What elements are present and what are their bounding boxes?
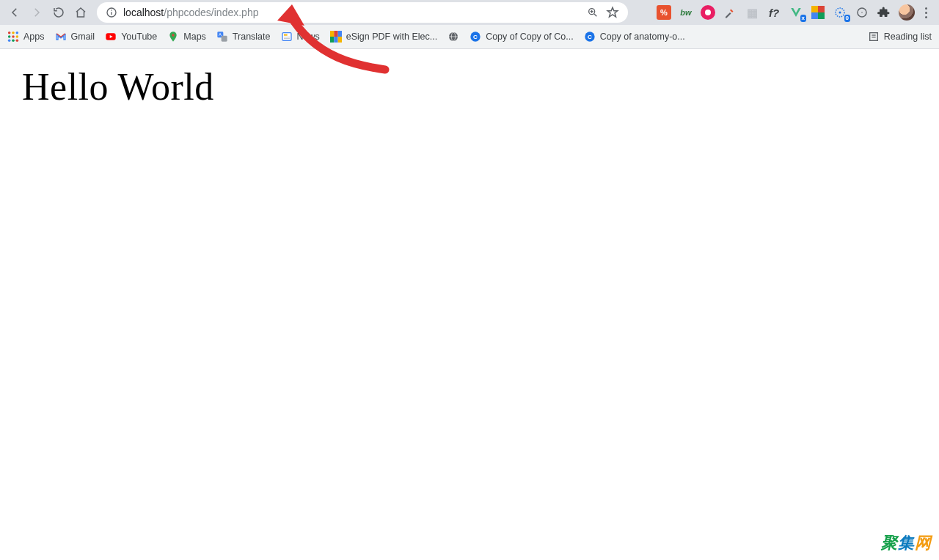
reload-button[interactable]	[48, 2, 69, 23]
coda-icon: C	[584, 31, 596, 43]
svg-rect-30	[284, 34, 288, 36]
reading-list-button[interactable]: Reading list	[868, 31, 932, 43]
svg-line-4	[594, 14, 596, 16]
zoom-icon[interactable]	[587, 7, 599, 18]
svg-rect-29	[282, 33, 291, 41]
svg-rect-9	[811, 12, 818, 19]
ext-circle-icon[interactable]	[855, 5, 869, 20]
url-path: /phpcodes/index.php	[164, 7, 258, 18]
svg-point-12	[839, 12, 841, 14]
gmail-icon	[55, 31, 67, 43]
svg-text:A: A	[219, 32, 222, 37]
globe-icon	[447, 31, 459, 43]
ext-react-icon[interactable]: 0	[833, 5, 847, 20]
bookmark-label: Copy of anatomy-o...	[600, 32, 685, 42]
news-icon	[281, 31, 293, 43]
bookmark-label: Translate	[233, 32, 271, 42]
addr-actions	[587, 6, 619, 19]
ext-buildwith-icon[interactable]: bw	[679, 5, 693, 20]
profile-avatar-icon[interactable]	[899, 4, 915, 21]
svg-point-22	[12, 40, 15, 43]
page-content: Hello World	[0, 49, 939, 125]
bookmark-gmail[interactable]: Gmail	[55, 31, 95, 43]
svg-point-18	[8, 35, 11, 38]
home-icon	[74, 6, 87, 19]
svg-rect-10	[818, 12, 825, 19]
ext-vue-icon[interactable]: x	[789, 5, 803, 20]
bookmark-label: YouTube	[121, 32, 157, 42]
url-text: localhost/phpcodes/index.php	[123, 7, 258, 18]
bookmark-apps[interactable]: Apps	[7, 31, 45, 43]
ext-eyedropper-icon[interactable]	[723, 5, 737, 20]
svg-rect-7	[811, 6, 818, 12]
svg-point-19	[12, 35, 15, 38]
svg-point-14	[861, 12, 863, 13]
svg-rect-36	[330, 37, 334, 43]
ext-pixel-icon[interactable]	[811, 5, 825, 20]
svg-point-2	[111, 10, 112, 11]
back-button[interactable]	[4, 2, 25, 23]
svg-rect-37	[334, 37, 337, 43]
svg-rect-8	[818, 6, 825, 12]
bookmark-coda-2[interactable]: C Copy of anatomy-o...	[584, 31, 685, 43]
reading-list-label: Reading list	[884, 32, 932, 42]
extensions-strip: % bw ▦ f? x 0	[657, 4, 935, 21]
bookmark-coda-1[interactable]: C Copy of Copy of Co...	[470, 31, 574, 43]
svg-text:C: C	[473, 34, 478, 40]
apps-icon	[7, 31, 19, 43]
svg-point-23	[16, 40, 19, 43]
arrow-left-icon	[8, 6, 21, 19]
svg-point-17	[16, 32, 19, 34]
address-bar[interactable]: localhost/phpcodes/index.php	[97, 2, 628, 23]
ext-puzzle-icon[interactable]	[877, 5, 891, 20]
bookmark-maps[interactable]: Maps	[167, 31, 206, 43]
bookmark-label: Maps	[183, 32, 206, 42]
svg-point-25	[172, 34, 175, 36]
coda-icon: C	[470, 31, 481, 43]
svg-point-16	[12, 32, 15, 34]
bookmark-youtube[interactable]: YouTube	[105, 31, 157, 43]
bookmark-label: eSign PDF with Elec...	[346, 32, 437, 42]
svg-rect-33	[330, 31, 334, 37]
svg-rect-38	[337, 37, 341, 43]
bookmarks-bar: Apps Gmail YouTube Maps A Translate News	[0, 25, 939, 49]
svg-rect-34	[334, 31, 337, 37]
ext-whatfont-icon[interactable]: f?	[767, 5, 781, 20]
page-heading: Hello World	[22, 65, 917, 108]
bookmark-label: News	[297, 32, 320, 42]
reading-list-icon	[868, 31, 880, 43]
bookmark-star-icon[interactable]	[606, 6, 619, 19]
youtube-icon	[105, 31, 117, 43]
svg-rect-35	[337, 31, 341, 37]
arrow-right-icon	[30, 6, 43, 19]
home-button[interactable]	[70, 2, 91, 23]
ext-record-icon[interactable]	[701, 5, 715, 20]
translate-icon: A	[216, 31, 228, 43]
svg-point-20	[16, 35, 19, 38]
url-host: localhost	[123, 7, 164, 18]
chrome-menu-button[interactable]	[922, 4, 930, 21]
bookmark-label: Apps	[23, 32, 45, 42]
bookmark-label: Gmail	[71, 32, 95, 42]
forward-button[interactable]	[26, 2, 47, 23]
bookmark-news[interactable]: News	[281, 31, 320, 43]
esign-icon	[330, 31, 342, 43]
reload-icon	[52, 6, 65, 19]
svg-text:C: C	[588, 34, 592, 40]
bookmark-esign[interactable]: eSign PDF with Elec...	[330, 31, 437, 43]
ext-zoho-icon[interactable]: %	[657, 5, 671, 20]
maps-icon	[167, 31, 179, 43]
bookmark-translate[interactable]: A Translate	[216, 31, 271, 43]
bookmark-label: Copy of Copy of Co...	[486, 32, 574, 42]
watermark: 聚集网	[881, 532, 932, 554]
bookmark-globe[interactable]	[447, 31, 459, 43]
site-info-icon[interactable]	[106, 7, 117, 18]
ext-grid-icon[interactable]: ▦	[745, 5, 759, 20]
browser-toolbar: localhost/phpcodes/index.php % bw ▦ f? x…	[0, 0, 939, 25]
svg-point-21	[8, 40, 11, 43]
svg-rect-27	[222, 36, 227, 42]
svg-point-15	[8, 32, 11, 34]
